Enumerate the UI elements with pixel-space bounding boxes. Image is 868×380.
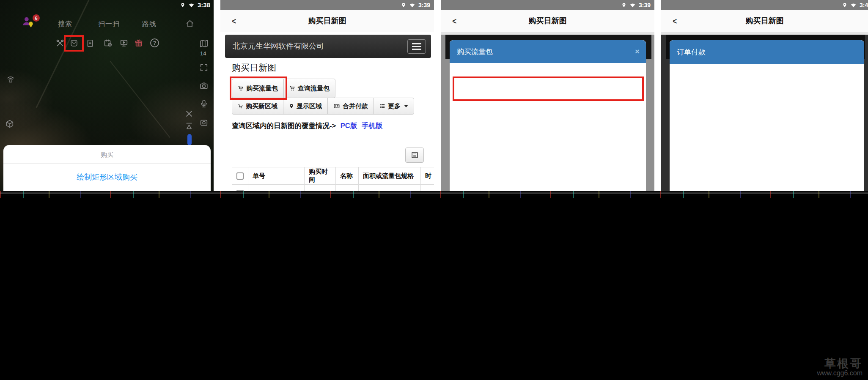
status-bar: 3:41: [661, 0, 868, 10]
map-layers-icon[interactable]: [199, 39, 209, 48]
panel-divider: [434, 0, 441, 191]
more-button[interactable]: 更多: [374, 98, 414, 115]
search-entry[interactable]: 搜索: [58, 20, 72, 29]
list-icon: [411, 151, 419, 159]
modal-title: 购买流量包: [457, 47, 493, 57]
scan-entry[interactable]: 扫一扫: [98, 20, 120, 29]
notification-badge: 6: [33, 14, 40, 22]
draw-rectangle-buy-link[interactable]: 绘制矩形区域购买: [3, 164, 211, 191]
camera-switch-icon[interactable]: [199, 118, 209, 127]
select-all-checkbox[interactable]: [236, 172, 244, 180]
flatten-icon[interactable]: [184, 121, 194, 131]
screen-order-payment: 3:41 < 购买日新图 订单付款 订单号-4000000075851,需支付8…: [661, 0, 868, 191]
close-drawing-icon[interactable]: [184, 109, 194, 118]
home-icon[interactable]: [185, 19, 195, 28]
zoom-level: 14: [200, 50, 206, 57]
modal-title: 订单付款: [677, 47, 706, 57]
company-name: 北京元生华网软件有限公司: [233, 42, 324, 50]
microphone-icon[interactable]: [199, 99, 209, 108]
table-view-button[interactable]: [405, 148, 424, 163]
location-icon: [621, 2, 626, 8]
table-header-row: 单号 购买时间 名称 面积或流量包规格 时: [232, 167, 434, 185]
panel-divider: [214, 0, 220, 191]
col-order-no: 单号: [248, 167, 305, 185]
buy-package-modal: 购买流量包 ×: [450, 40, 646, 191]
status-bar: 3:38: [180, 1, 210, 8]
wifi-icon: [850, 2, 857, 8]
merge-pay-button[interactable]: 合并付款: [327, 98, 374, 115]
table-row: [232, 185, 434, 191]
section-heading: 购买日新图: [232, 62, 276, 74]
screen-map: 3:38 6 搜索 扫一扫 路线 ? 14: [0, 0, 214, 191]
clock: 3:41: [860, 2, 868, 8]
watermark-name: 草根哥: [824, 356, 863, 371]
screen-play-icon[interactable]: [119, 38, 129, 48]
clock: 3:39: [418, 2, 430, 8]
location-icon: [180, 2, 185, 8]
show-area-button[interactable]: 显示区域: [283, 98, 328, 115]
dropdown-caret-icon: [404, 105, 408, 107]
screen-package-modal: 3:39 < 购买日新图 购买流量包 × 流量包规格: 50万次 有效期: 1年…: [441, 0, 654, 191]
clock: 3:39: [639, 2, 651, 8]
pc-version-link[interactable]: PC版: [341, 122, 357, 129]
composite-screenshot: 3:38 6 搜索 扫一扫 路线 ? 14: [0, 0, 868, 380]
tools-icon[interactable]: [55, 38, 65, 48]
purchase-bottom-sheet: 购买 绘制矩形区域购买: [3, 145, 211, 191]
map-road: [110, 61, 170, 138]
location-icon: [401, 2, 406, 8]
buy-area-button[interactable]: 购买新区域: [232, 98, 283, 115]
orders-table: 单号 购买时间 名称 面积或流量包规格 时: [232, 167, 434, 191]
orders-list-icon[interactable]: [85, 38, 95, 48]
page-title: 购买日新图: [661, 10, 868, 32]
nav-bar: < 购买日新图: [661, 10, 868, 32]
company-header: 北京元生华网软件有限公司: [225, 35, 431, 58]
modal-header: 购买流量包 ×: [450, 40, 646, 63]
location-icon: [842, 2, 847, 8]
buy-package-button[interactable]: 购买流量包: [232, 79, 284, 98]
gift-trial-icon[interactable]: [134, 38, 143, 48]
close-icon[interactable]: ×: [635, 40, 640, 63]
status-bar: 3:39: [220, 0, 434, 10]
button-row-2: 购买新区域 显示区域 合并付款 更多: [232, 98, 414, 115]
map-3d-icon[interactable]: [5, 119, 14, 128]
menu-button[interactable]: [407, 39, 426, 54]
query-package-button[interactable]: 查询流量包: [283, 79, 335, 98]
coverage-line: 查询区域内的日新图的覆盖情况-> PC版 手机版: [232, 121, 382, 131]
modal-header: 订单付款: [670, 40, 864, 64]
map-road: [36, 0, 92, 108]
watermark-url: www.cgg6.com: [817, 369, 863, 377]
fullscreen-icon[interactable]: [199, 63, 209, 72]
sheet-title: 购买: [3, 145, 211, 164]
wifi-icon: [629, 2, 636, 8]
nav-bar: < 购买日新图: [441, 10, 654, 32]
col-name: 名称: [336, 167, 359, 185]
route-entry[interactable]: 路线: [142, 20, 157, 29]
glitch-noise-band: [0, 191, 868, 198]
mobile-version-link[interactable]: 手机版: [362, 122, 383, 129]
status-bar: 3:39: [441, 0, 654, 10]
order-payment-modal: 订单付款: [670, 40, 864, 191]
col-partial: 时: [421, 167, 434, 185]
screen-purchase-page: 3:39 < 购买日新图 北京元生华网软件有限公司 购买日新图 购买流量包 查询…: [220, 0, 434, 191]
calendar-clock-icon[interactable]: [103, 38, 113, 48]
page-title: 购买日新图: [441, 10, 654, 32]
offline-map-icon[interactable]: [6, 74, 15, 84]
col-buy-time: 购买时间: [305, 167, 336, 185]
clock: 3:38: [198, 1, 210, 8]
help-icon[interactable]: ?: [150, 38, 159, 47]
nav-bar: < 购买日新图: [220, 10, 434, 32]
wifi-icon: [188, 2, 195, 8]
camera-icon[interactable]: [199, 81, 209, 90]
user-avatar[interactable]: 6: [22, 15, 39, 30]
page-strip: [441, 32, 654, 35]
button-row-1: 购买流量包 查询流量包: [232, 79, 335, 98]
pin-marker-icon: [27, 21, 34, 28]
shop-bag-icon[interactable]: [69, 38, 79, 48]
panel-divider: [654, 0, 661, 191]
page-strip: [661, 32, 868, 35]
wifi-icon: [409, 2, 416, 8]
page-title: 购买日新图: [220, 10, 434, 32]
col-spec: 面积或流量包规格: [359, 167, 421, 185]
scroll-indicator[interactable]: [187, 134, 192, 145]
